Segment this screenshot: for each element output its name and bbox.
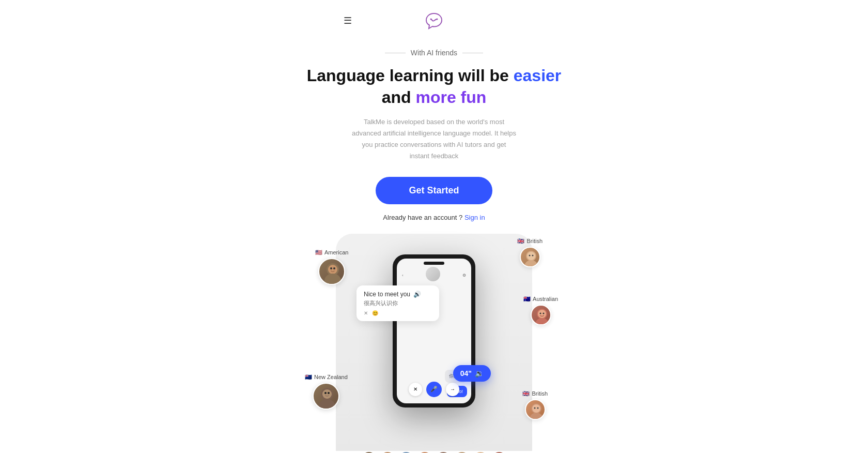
logo-icon <box>423 9 445 32</box>
phone-mic-btn[interactable]: 🎤 <box>426 382 442 397</box>
avatar-british-bottom-label: 🇬🇧 British <box>522 390 548 397</box>
svg-point-4 <box>328 265 337 274</box>
phone-cancel-btn[interactable]: ✕ <box>409 383 422 396</box>
subtitle-line-right <box>462 53 483 53</box>
avatar-american-label: 🇺🇸 American <box>315 249 348 256</box>
phone-back-arrow: ‹ <box>402 273 404 278</box>
avatar-american-face <box>319 259 345 285</box>
subtitle-line-left <box>385 53 406 53</box>
svg-point-12 <box>532 254 533 256</box>
chat-bubble-translation: 很高兴认识你 <box>364 299 432 307</box>
avatar-australian-circle <box>531 305 551 325</box>
bottom-avatars-row <box>361 451 507 453</box>
flag-us-icon: 🇺🇸 <box>315 249 322 256</box>
bottom-avatar-5 <box>436 451 451 453</box>
subtitle-row: With AI friends <box>385 49 483 57</box>
svg-point-11 <box>529 254 530 256</box>
svg-point-14 <box>538 310 546 318</box>
account-row: Already have an account ? Sign in <box>383 214 485 221</box>
svg-point-25 <box>532 404 540 413</box>
chat-bubble-actions: ✕ 😊 <box>364 310 432 316</box>
headline-part1: Language learning will be <box>307 66 514 85</box>
chat-sound-icon: 🔊 <box>413 291 421 298</box>
svg-point-16 <box>539 312 541 314</box>
bottom-avatar-2 <box>380 451 395 453</box>
svg-point-6 <box>330 267 332 269</box>
svg-point-10 <box>524 260 538 267</box>
subtitle-text: With AI friends <box>411 49 457 57</box>
phone-illustration-area: 🇺🇸 American 🇬🇧 British <box>336 234 532 451</box>
svg-point-23 <box>328 392 330 394</box>
headline-part2: and <box>382 88 416 107</box>
hero-description: TalkMe is developed based on the world's… <box>351 116 517 162</box>
bottom-avatar-3 <box>398 451 414 453</box>
svg-point-27 <box>534 407 535 409</box>
avatar-australian-label: 🇦🇺 Australian <box>523 296 558 303</box>
headline-easier: easier <box>514 66 562 85</box>
phone-mockup: ‹ ⚙ 你好！ Hello! ✕ 🎤 → <box>393 254 475 407</box>
avatar-british-top-label: 🇬🇧 British <box>517 238 542 245</box>
avatar-american: 🇺🇸 American <box>315 249 348 285</box>
svg-point-21 <box>319 399 335 410</box>
svg-point-18 <box>537 318 547 324</box>
account-text: Already have an account ? <box>383 214 462 221</box>
menu-icon[interactable]: ☰ <box>344 16 352 25</box>
phone-screen: ‹ ⚙ 你好！ Hello! ✕ 🎤 → <box>397 259 471 403</box>
voice-timer: 04" 🔉 <box>453 365 491 382</box>
svg-point-17 <box>542 312 544 314</box>
bottom-avatar-4 <box>417 451 432 453</box>
chat-bubble: Nice to meet you 🔊 很高兴认识你 ✕ 😊 <box>357 285 439 321</box>
avatar-new-zealand-face <box>314 384 339 410</box>
header: ☰ <box>0 0 868 38</box>
phone-contact-avatar <box>426 267 440 281</box>
bottom-avatar-6 <box>454 451 470 453</box>
svg-point-28 <box>537 407 538 409</box>
avatar-british-top-circle <box>520 247 540 267</box>
svg-point-26 <box>530 413 543 420</box>
phone-send-btn[interactable]: → <box>446 383 459 396</box>
headline-fun: more fun <box>415 88 486 107</box>
avatar-australian: 🇦🇺 Australian <box>523 296 558 325</box>
svg-point-1 <box>430 19 432 20</box>
chat-close-icon[interactable]: ✕ <box>364 310 368 316</box>
flag-nz-icon: 🇳🇿 <box>305 374 312 381</box>
svg-point-2 <box>437 19 438 20</box>
phone-settings-icon: ⚙ <box>462 273 466 278</box>
flag-au-icon: 🇦🇺 <box>523 296 531 303</box>
timer-value: 04" <box>460 369 472 377</box>
bottom-avatar-8 <box>491 451 507 453</box>
avatar-british-bottom-face <box>526 400 546 420</box>
svg-point-22 <box>324 392 327 394</box>
svg-point-7 <box>333 267 335 269</box>
timer-wave-icon: 🔉 <box>475 369 484 377</box>
flag-gb-icon-top: 🇬🇧 <box>517 238 524 245</box>
headline: Language learning will be easier and mor… <box>305 65 563 108</box>
phone-outer: ‹ ⚙ 你好！ Hello! ✕ 🎤 → <box>393 254 475 407</box>
avatar-australian-face <box>532 306 551 325</box>
avatar-new-zealand-label: 🇳🇿 New Zealand <box>305 374 348 381</box>
bottom-avatar-7 <box>473 451 488 453</box>
flag-gb-icon-bottom: 🇬🇧 <box>522 390 530 397</box>
sign-in-link[interactable]: Sign in <box>464 214 485 221</box>
svg-point-9 <box>527 252 535 260</box>
phone-top-bar: ‹ ⚙ <box>397 267 471 288</box>
avatar-new-zealand: 🇳🇿 New Zealand <box>305 374 348 410</box>
avatar-british-bottom-circle <box>525 399 546 420</box>
avatar-british-top-face <box>521 248 540 267</box>
chat-bubble-inner: Nice to meet you 🔊 很高兴认识你 ✕ 😊 <box>357 285 439 321</box>
get-started-button[interactable]: Get Started <box>376 177 492 204</box>
hero-section: With AI friends Language learning will b… <box>305 38 563 234</box>
avatar-american-circle <box>318 258 345 285</box>
bottom-avatar-1 <box>361 451 377 453</box>
avatar-british-bottom: 🇬🇧 British <box>522 390 548 420</box>
phone-voice-controls: ✕ 🎤 → <box>397 382 471 397</box>
chat-emoji-icon[interactable]: 😊 <box>372 310 378 316</box>
phone-notch <box>424 262 444 265</box>
svg-point-20 <box>322 389 332 399</box>
chat-bubble-text: Nice to meet you 🔊 <box>364 291 432 298</box>
svg-point-5 <box>324 274 341 285</box>
avatar-british-top: 🇬🇧 British <box>517 238 542 267</box>
avatar-new-zealand-circle <box>313 383 339 410</box>
